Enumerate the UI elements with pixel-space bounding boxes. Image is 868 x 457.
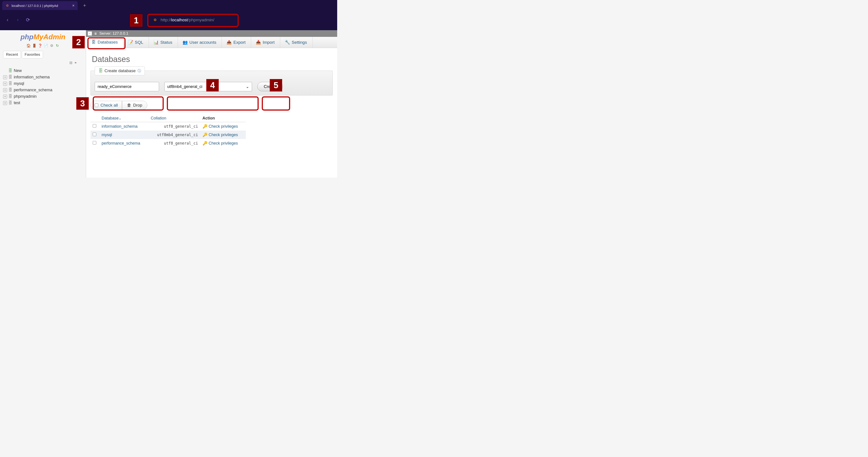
tree-db-item[interactable]: +🗄information_schema [3,74,83,80]
tab-user-accounts[interactable]: 👥User accounts [178,37,222,48]
db-collation: utf8_general_ci [148,122,200,131]
close-tab-icon[interactable]: × [72,3,74,8]
collation-value: utf8mb4_general_ci [167,84,202,89]
row-checkbox[interactable] [93,141,96,145]
export-icon: 📤 [227,40,231,45]
check-privileges-link[interactable]: 🔑Check privileges [200,139,246,147]
help-icon[interactable]: ❓ [38,43,42,48]
tree-db-label: test [14,101,20,105]
back-button[interactable]: ‹ [4,17,11,23]
tab-label: Export [234,40,246,45]
gear-icon[interactable]: ⚙ [50,43,54,48]
tab-status[interactable]: 📊Status [149,37,178,48]
database-icon: 🗄 [8,94,12,98]
doc-icon[interactable]: 📄 [44,43,48,48]
expand-icon[interactable]: + [3,82,7,86]
users-icon: 👥 [183,40,187,45]
browser-tab[interactable]: ⚙ localhost / 127.0.0.1 | phpMyAd × [2,1,78,10]
table-row: information_schema utf8_general_ci 🔑Chec… [91,122,246,131]
exit-icon[interactable]: 🚪 [32,43,37,48]
database-icon: 🗄 [91,40,95,44]
privileges-icon: 🔑 [203,141,208,145]
url-text: http://localhost/phpmyadmin/ [161,18,214,22]
check-all-button[interactable]: Check all [91,101,122,110]
home-icon[interactable]: 🏠 [26,43,31,48]
callout-2: 2 [72,36,85,49]
tab-export[interactable]: 📤Export [222,37,251,48]
expand-icon[interactable]: + [3,94,7,98]
tree-db-item[interactable]: +🗄performance_schema [3,87,83,93]
tab-label: Import [262,40,275,45]
expand-icon[interactable]: + [3,75,7,79]
phpmyadmin-favicon-icon: ⚙ [5,4,9,7]
tree-db-label: information_schema [14,75,50,80]
databases-table: Database Collation Action information_sc… [91,115,246,147]
main-content: ← 🖥 Server: 127.0.0.1 🗄Databases 📝SQL 📊S… [86,30,337,178]
recent-tab[interactable]: Recent [3,51,21,58]
tree-db-item[interactable]: +🗄phpmyadmin [3,93,83,100]
server-breadcrumb: ← 🖥 Server: 127.0.0.1 [86,30,337,37]
check-privileges-link[interactable]: 🔑Check privileges [200,122,246,131]
navigation-sidebar: phpMyAdmin 🏠 🚪 ❓ 📄 ⚙ ↻ Recent Favorites … [0,30,86,178]
reload-button[interactable]: ⟳ [25,17,31,23]
database-icon: 🗄 [8,82,12,86]
chevron-down-icon: ⌄ [246,84,249,89]
check-privileges-link[interactable]: 🔑Check privileges [200,131,246,139]
tree-db-label: mysql [14,81,24,86]
tab-label: Settings [292,40,307,45]
link-icon[interactable]: ⚭ [74,61,77,65]
tab-sql[interactable]: 📝SQL [123,37,149,48]
tab-label: SQL [135,40,143,45]
phpmyadmin-favicon-icon: ⚙ [154,18,158,22]
database-tree: 🗄 New +🗄information_schema +🗄mysql +🗄per… [0,66,86,108]
privileges-icon: 🔑 [203,124,208,128]
drop-button[interactable]: 🗑 Drop [122,101,147,110]
db-collation: utf8_general_ci [148,139,200,147]
back-icon[interactable]: ← [88,31,92,35]
col-action: Action [200,115,246,122]
tab-bar: ⚙ localhost / 127.0.0.1 | phpMyAd × + [0,0,337,11]
wrench-icon: 🔧 [285,40,289,45]
refresh-icon[interactable]: ↻ [55,43,60,48]
row-checkbox[interactable] [93,124,96,128]
address-bar[interactable]: ⚙ http://localhost/phpmyadmin/ [149,16,219,24]
expand-icon[interactable]: + [3,101,7,105]
drop-label: Drop [133,103,142,108]
forward-button[interactable]: › [14,17,21,23]
db-name-link[interactable]: performance_schema [99,139,148,147]
database-icon: 🗄 [8,88,12,92]
callout-1: 1 [130,14,143,27]
create-database-legend: 🗄 Create database ⓘ [95,66,145,75]
tab-title: localhost / 127.0.0.1 | phpMyAd [11,4,70,7]
col-collation[interactable]: Collation [148,115,200,122]
status-icon: 📊 [154,40,158,45]
callout-5: 5 [270,79,282,91]
address-bar-row: ‹ › ⟳ ⚙ http://localhost/phpmyadmin/ [0,11,337,29]
tab-label: Databases [98,40,118,45]
db-name-link[interactable]: information_schema [99,122,148,131]
help-icon[interactable]: ⓘ [137,68,141,73]
expand-icon[interactable]: + [3,88,7,92]
tree-new-label: New [14,68,22,73]
check-all-checkbox[interactable] [95,104,98,107]
row-checkbox[interactable] [93,133,96,136]
col-database[interactable]: Database [99,115,148,122]
tree-db-item[interactable]: +🗄test [3,100,83,106]
tree-db-item[interactable]: +🗄mysql [3,80,83,87]
drop-icon: 🗑 [127,103,131,108]
db-name-link[interactable]: mysql [99,131,148,139]
favorites-tab[interactable]: Favorites [22,51,43,58]
new-tab-button[interactable]: + [80,3,89,8]
callout-4: 4 [206,79,219,91]
callout-3: 3 [76,97,89,110]
legend-text: Create database [104,68,136,73]
tab-databases[interactable]: 🗄Databases [86,37,123,48]
tab-label: User accounts [189,40,216,45]
database-icon: 🗄 [8,75,12,79]
table-row: mysql utf8mb4_general_ci 🔑Check privileg… [91,131,246,139]
tree-new-database[interactable]: 🗄 New [8,67,83,74]
tab-settings[interactable]: 🔧Settings [280,37,313,48]
tab-import[interactable]: 📥Import [251,37,280,48]
collapse-all-icon[interactable]: ⊟ [69,61,72,65]
database-name-input[interactable] [95,82,159,91]
